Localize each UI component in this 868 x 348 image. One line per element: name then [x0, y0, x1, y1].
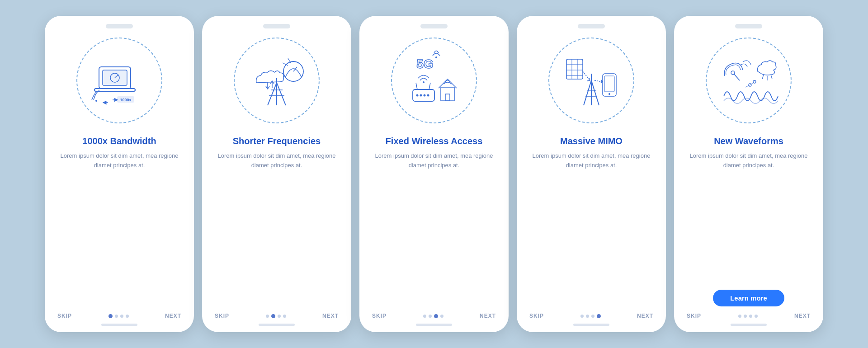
bandwidth-icon: 1000x: [85, 47, 153, 114]
svg-line-16: [293, 67, 297, 71]
phone-wireless: 5G: [359, 16, 509, 332]
dot-0: [580, 315, 584, 318]
dot-3: [755, 315, 758, 318]
phone-body-wireless: Lorem ipsum dolor sit dim amet, mea regi…: [372, 151, 496, 308]
dot-1: [429, 315, 432, 318]
nav-dots-bandwidth: [108, 314, 129, 318]
dot-active: [597, 314, 601, 318]
skip-button-bandwidth[interactable]: SKIP: [57, 313, 72, 319]
svg-point-22: [435, 56, 437, 58]
svg-rect-24: [445, 94, 450, 101]
nav-dots-waveforms: [738, 315, 758, 318]
phone-waveforms: New Waveforms Lorem ipsum dolor sit dim …: [674, 16, 823, 332]
phone-mimo: Massive MIMO Lorem ipsum dolor sit dim a…: [517, 16, 666, 332]
phone-title-frequencies: Shorter Frequencies: [233, 135, 321, 147]
svg-line-34: [584, 80, 591, 105]
phone-bottom-bar: [259, 324, 295, 326]
svg-line-12: [277, 83, 286, 105]
phones-container: 1000x 1000x Bandwidth Lorem ipsum dolor …: [45, 16, 823, 332]
phone-nav-wireless: SKIP NEXT: [359, 313, 509, 319]
phone-bottom-bar: [731, 324, 767, 326]
next-button-waveforms[interactable]: NEXT: [794, 313, 811, 319]
phone-title-wireless: Fixed Wireless Access: [386, 135, 483, 147]
svg-rect-1: [94, 89, 135, 91]
phone-frequencies: Shorter Frequencies Lorem ipsum dolor si…: [202, 16, 351, 332]
dot-1: [115, 315, 118, 318]
svg-line-56: [750, 82, 755, 85]
svg-point-50: [731, 71, 735, 75]
dot-3: [126, 315, 129, 318]
mimo-icon: [557, 47, 625, 114]
skip-button-mimo[interactable]: SKIP: [529, 313, 544, 319]
frequencies-icon: [243, 47, 311, 114]
next-button-bandwidth[interactable]: NEXT: [165, 313, 181, 319]
phone-nav-bandwidth: SKIP NEXT: [45, 313, 194, 319]
nav-dots-wireless: [423, 314, 443, 318]
illustration-bandwidth: 1000x: [72, 33, 167, 128]
skip-button-waveforms[interactable]: SKIP: [687, 313, 701, 319]
svg-line-51: [762, 75, 764, 79]
phone-body-waveforms: Lorem ipsum dolor sit dim amet, mea regi…: [687, 151, 811, 285]
svg-line-31: [429, 83, 430, 89]
svg-rect-46: [604, 76, 614, 92]
phone-notch: [578, 24, 605, 28]
dot-2: [278, 315, 281, 318]
next-button-mimo[interactable]: NEXT: [637, 313, 653, 319]
svg-point-5: [95, 100, 97, 102]
next-button-wireless[interactable]: NEXT: [480, 313, 496, 319]
dot-2: [591, 315, 594, 318]
svg-line-44: [583, 71, 590, 80]
learn-more-button[interactable]: Learn more: [713, 290, 784, 306]
dot-0: [423, 315, 426, 318]
dot-0: [266, 315, 269, 318]
phone-bandwidth: 1000x 1000x Bandwidth Lorem ipsum dolor …: [45, 16, 194, 332]
wireless-icon: 5G: [400, 47, 468, 114]
dot-3: [283, 315, 286, 318]
svg-point-32: [423, 81, 425, 83]
svg-line-49: [734, 74, 740, 80]
svg-line-53: [771, 75, 772, 79]
dot-active: [271, 314, 275, 318]
waveforms-icon: [715, 47, 783, 114]
svg-point-26: [416, 94, 419, 97]
dot-1: [586, 315, 589, 318]
svg-line-30: [416, 83, 417, 89]
illustration-wireless: 5G: [387, 33, 481, 128]
dot-active: [108, 314, 113, 318]
svg-rect-38: [566, 59, 583, 79]
dot-2: [749, 315, 752, 318]
svg-point-29: [427, 94, 429, 97]
dot-0: [738, 315, 741, 318]
illustration-waveforms: [701, 33, 796, 128]
dot-active: [434, 314, 438, 318]
svg-line-35: [591, 80, 599, 105]
illustration-frequencies: [229, 33, 324, 128]
dot-2: [120, 315, 123, 318]
phone-title-waveforms: New Waveforms: [714, 135, 783, 147]
skip-button-wireless[interactable]: SKIP: [372, 313, 387, 319]
svg-point-28: [424, 94, 426, 97]
phone-notch: [420, 24, 448, 28]
nav-dots-frequencies: [266, 314, 286, 318]
svg-text:5G: 5G: [416, 57, 433, 71]
next-button-frequencies[interactable]: NEXT: [322, 313, 339, 319]
skip-button-frequencies[interactable]: SKIP: [215, 313, 229, 319]
phone-body-bandwidth: Lorem ipsum dolor sit dim amet, mea regi…: [57, 151, 181, 308]
phone-title-mimo: Massive MIMO: [560, 135, 623, 147]
phone-bottom-bar: [416, 324, 452, 326]
svg-point-27: [420, 94, 422, 97]
svg-text:1000x: 1000x: [120, 98, 131, 102]
phone-body-mimo: Lorem ipsum dolor sit dim amet, mea regi…: [529, 151, 653, 308]
phone-body-frequencies: Lorem ipsum dolor sit dim amet, mea regi…: [215, 151, 339, 308]
phone-bottom-bar: [573, 324, 609, 326]
phone-nav-mimo: SKIP NEXT: [517, 313, 666, 319]
svg-point-47: [609, 93, 610, 95]
phone-nav-waveforms: SKIP NEXT: [674, 313, 823, 319]
phone-notch: [106, 24, 133, 28]
phone-notch: [263, 24, 290, 28]
phone-bottom-bar: [101, 324, 137, 326]
dot-1: [744, 315, 747, 318]
phone-nav-frequencies: SKIP NEXT: [202, 313, 351, 319]
phone-notch: [735, 24, 762, 28]
illustration-mimo: [544, 33, 639, 128]
